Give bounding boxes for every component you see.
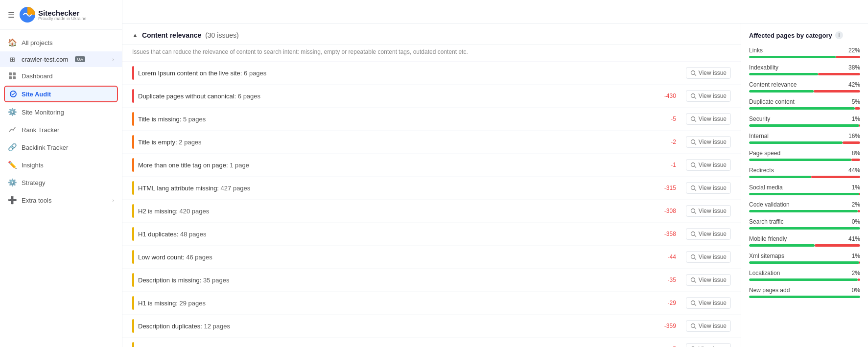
category-pct: 42%	[848, 81, 860, 88]
svg-line-7	[694, 74, 696, 75]
category-item: New pages add 0%	[749, 287, 860, 298]
bar-green	[749, 107, 855, 110]
view-issue-button[interactable]: View issue	[686, 251, 731, 263]
issue-delta: -35	[652, 277, 676, 283]
issue-text: More than one title tag on page: 1 page	[138, 162, 648, 169]
grid-icon: ⊞	[8, 55, 17, 64]
view-issue-button[interactable]: View issue	[686, 297, 731, 309]
view-issue-button[interactable]: View issue	[686, 228, 731, 240]
svg-line-15	[694, 166, 696, 167]
view-issue-button[interactable]: View issue	[686, 67, 731, 79]
extra-tools-icon: ➕	[8, 196, 17, 205]
bar-red	[855, 107, 860, 110]
view-issue-button[interactable]: View issue	[686, 182, 731, 194]
issue-delta: -315	[652, 185, 676, 191]
category-name: Redirects	[749, 167, 774, 174]
issue-row: More than one title tag on page: 1 page …	[122, 154, 741, 177]
strategy-icon: ⚙️	[8, 178, 17, 187]
view-issue-button[interactable]: View issue	[686, 159, 731, 171]
severity-indicator	[132, 296, 134, 310]
issue-row: HTML lang attribute missing: 427 pages -…	[122, 177, 741, 200]
category-bar	[749, 296, 860, 298]
category-name: Content relevance	[749, 81, 797, 88]
view-issue-button[interactable]: View issue	[686, 274, 731, 286]
issue-text: H1 is missing: 29 pages	[138, 300, 648, 307]
category-item: Code validation 2%	[749, 201, 860, 212]
issues-list: Lorem Ipsum content on the live site: 6 …	[122, 62, 741, 347]
extra-tools-chevron: ›	[112, 197, 114, 203]
view-issue-button[interactable]: View issue	[686, 136, 731, 148]
view-issue-button[interactable]: View issue	[686, 205, 731, 217]
collapse-icon[interactable]: ▲	[132, 32, 138, 39]
sidebar-item-site-monitoring[interactable]: ⚙️ Site Monitoring	[0, 103, 122, 121]
issue-text: H1 duplicates: 48 pages	[138, 231, 648, 238]
view-issue-button[interactable]: View issue	[686, 113, 731, 125]
issue-delta: -2	[652, 139, 676, 145]
sidebar-project-row[interactable]: ⊞ crawler-test.com UA ›	[0, 51, 122, 67]
project-chevron: ›	[112, 56, 114, 62]
issue-page-count: 12 pages	[204, 323, 230, 330]
severity-indicator	[132, 250, 134, 264]
bar-green	[749, 141, 843, 144]
category-item: Localization 2%	[749, 270, 860, 281]
center-panel: ▲ Content relevance (30 issues) Issues t…	[122, 23, 741, 347]
bar-red	[818, 73, 860, 75]
issue-page-count: 5 pages	[175, 346, 198, 347]
category-pct: 8%	[852, 150, 860, 157]
issue-delta: -1	[652, 162, 676, 168]
issue-row: H1 is missing: 29 pages -29 View issue	[122, 292, 741, 315]
issue-text: H1 is empty: 5 pages	[138, 346, 648, 347]
svg-line-9	[694, 97, 696, 98]
right-panel: Affected pages by category i Links 22% I…	[741, 23, 868, 347]
hamburger-icon[interactable]: ☰	[8, 10, 15, 20]
search-icon	[690, 300, 697, 306]
svg-rect-2	[13, 72, 16, 75]
category-pct: 1%	[852, 116, 860, 122]
category-label-row: Localization 2%	[749, 270, 860, 277]
sidebar-item-insights[interactable]: ✏️ Insights	[0, 156, 122, 174]
category-pct: 16%	[848, 133, 860, 139]
issue-text: H2 is missing: 420 pages	[138, 208, 648, 215]
bar-green	[749, 56, 836, 58]
sidebar-item-extra-tools[interactable]: ➕ Extra tools ›	[0, 191, 122, 209]
category-bar	[749, 227, 860, 230]
issue-text: Duplicate pages without canonical: 6 pag…	[138, 93, 648, 100]
info-icon[interactable]: i	[835, 31, 843, 39]
view-issue-button[interactable]: View issue	[686, 90, 731, 102]
issue-text: Title is missing: 5 pages	[138, 116, 648, 123]
sidebar-item-backlink-tracker[interactable]: 🔗 Backlink Tracker	[0, 139, 122, 156]
logo-text: Sitechecker	[38, 9, 87, 17]
category-item: Social media 1%	[749, 184, 860, 195]
view-issue-button[interactable]: View issue	[686, 320, 731, 332]
issue-row: Description is missing: 35 pages -35 Vie…	[122, 269, 741, 292]
category-pct: 1%	[852, 184, 860, 191]
category-bar	[749, 176, 860, 178]
category-label-row: Search traffic 0%	[749, 218, 860, 225]
sidebar-item-dashboard[interactable]: Dashboard	[0, 67, 122, 85]
view-issue-button[interactable]: View issue	[686, 343, 731, 347]
category-item: Internal 16%	[749, 133, 860, 144]
sidebar-item-site-audit[interactable]: Site Audit	[4, 86, 118, 102]
home-icon: 🏠	[8, 38, 17, 47]
category-item: Content relevance 42%	[749, 81, 860, 93]
bar-green	[749, 296, 860, 298]
bar-red	[859, 124, 860, 127]
sidebar-item-strategy[interactable]: ⚙️ Strategy	[0, 174, 122, 191]
sidebar-item-rank-tracker[interactable]: Rank Tracker	[0, 121, 122, 139]
backlink-icon: 🔗	[8, 143, 17, 152]
category-pct: 2%	[852, 201, 860, 208]
sidebar-nav: 🏠 All projects ⊞ crawler-test.com UA › D…	[0, 30, 122, 347]
bar-green	[749, 210, 858, 212]
category-pct: 0%	[852, 287, 860, 294]
category-bar	[749, 278, 860, 281]
issue-row: Title is empty: 2 pages -2 View issue	[122, 131, 741, 154]
issue-page-count: 420 pages	[180, 208, 210, 215]
right-panel-title: Affected pages by category i	[749, 31, 860, 39]
issue-text: Description is missing: 35 pages	[138, 277, 648, 284]
sidebar-item-all-projects[interactable]: 🏠 All projects	[0, 34, 122, 51]
category-bar	[749, 56, 860, 58]
issue-text: Lorem Ipsum content on the live site: 6 …	[138, 69, 648, 77]
issue-page-count: 1 page	[230, 162, 249, 169]
bar-green	[749, 278, 858, 281]
bar-red	[851, 159, 860, 161]
